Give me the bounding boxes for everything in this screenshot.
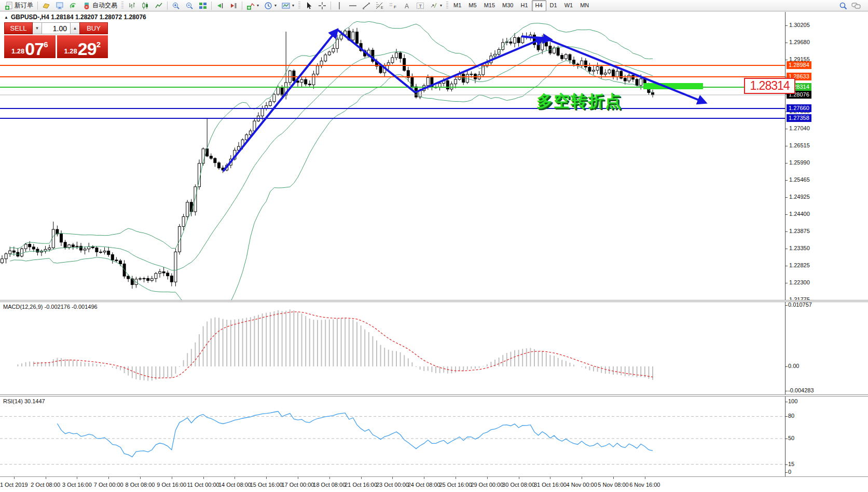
- toolbar-separator: [37, 2, 38, 10]
- panel-splitter[interactable]: [0, 300, 868, 302]
- timeframe-button-h4[interactable]: H4: [532, 0, 546, 11]
- horizontal-line-icon: [349, 2, 357, 10]
- gold-box-icon: [42, 2, 50, 10]
- time-axis-label: 17 Oct 00:00: [282, 482, 314, 488]
- volume-input[interactable]: [42, 22, 71, 34]
- timeframe-button-d1[interactable]: D1: [546, 0, 561, 11]
- time-axis-label: 15 Oct 16:00: [250, 482, 283, 488]
- cursor-tool-button[interactable]: [302, 0, 315, 11]
- auto-scroll-icon: [216, 2, 224, 10]
- search-icon[interactable]: [839, 2, 847, 10]
- time-axis[interactable]: 1 Oct 20192 Oct 08:003 Oct 16:007 Oct 00…: [0, 476, 868, 492]
- chat-icon[interactable]: [851, 2, 861, 10]
- toolbar-separator: [167, 2, 168, 10]
- time-axis-label: 2 Oct 08:00: [31, 482, 60, 488]
- turning-point-annotation[interactable]: 多空转折点: [536, 90, 622, 112]
- time-axis-label: 30 Oct 08:00: [502, 482, 535, 488]
- timeframe-button-h1[interactable]: H1: [517, 0, 531, 11]
- time-axis-label: 11 Oct 00:00: [187, 482, 219, 488]
- templates-button[interactable]: ▾: [279, 0, 297, 11]
- buy-button[interactable]: BUY: [79, 22, 108, 34]
- tile-windows-button[interactable]: [196, 0, 210, 11]
- time-axis-label: 9 Oct 16:00: [157, 482, 186, 488]
- shapes-tool-button[interactable]: ▾: [427, 0, 445, 11]
- panel-splitter[interactable]: [0, 394, 868, 397]
- time-axis-tickmark: [392, 477, 393, 479]
- rsi-axis-tick-label: 100: [788, 398, 797, 404]
- time-axis-tickmark: [456, 477, 456, 479]
- bar-chart-icon: [128, 2, 136, 10]
- new-order-button[interactable]: 新订单: [2, 0, 36, 11]
- price-axis-tick-label: 1.23350: [789, 245, 810, 251]
- volume-decrease-button[interactable]: ▼: [33, 22, 42, 34]
- indicators-button[interactable]: ▾: [244, 0, 261, 11]
- rsi-axis-tick-label: 0: [788, 469, 791, 475]
- auto-scroll-button[interactable]: [213, 0, 227, 11]
- fibonacci-icon: E: [376, 2, 384, 10]
- new-order-label: 新订单: [15, 1, 33, 10]
- zoom-in-button[interactable]: [169, 0, 183, 11]
- main-chart-canvas[interactable]: [0, 12, 785, 300]
- timeframe-button-m1[interactable]: M1: [450, 0, 465, 11]
- time-axis-tickmark: [613, 477, 614, 479]
- template-icon: [282, 2, 290, 10]
- price-axis-tick-label: 1.27040: [789, 125, 810, 131]
- time-axis-label: 4 Nov 00:00: [567, 482, 597, 488]
- auto-trading-button[interactable]: 自动交易: [80, 0, 120, 11]
- signals-button[interactable]: [66, 0, 80, 11]
- volume-increase-button[interactable]: ▲: [71, 22, 79, 34]
- buy-price-big: 29: [78, 41, 97, 57]
- collapse-panel-icon[interactable]: ▲: [4, 15, 8, 20]
- timeframe-button-m15[interactable]: M15: [480, 0, 499, 11]
- crosshair-tool-button[interactable]: [315, 0, 329, 11]
- time-axis-tickmark: [487, 477, 488, 479]
- sell-button[interactable]: SELL: [4, 22, 33, 34]
- sell-price-prefix: 1.28: [11, 47, 24, 55]
- horizontal-line-tool-button[interactable]: [346, 0, 360, 11]
- macd-panel-canvas[interactable]: [0, 302, 785, 394]
- toolbar-grip: [446, 2, 448, 9]
- text-label-icon: T: [416, 2, 424, 10]
- symbol-ohlc-text: GBPUSD-,H4 1.28184 1.28207 1.28072 1.280…: [11, 13, 146, 21]
- line-chart-mode-button[interactable]: [152, 0, 166, 11]
- price-axis-tick-label: 1.26515: [789, 142, 810, 148]
- buy-price-display[interactable]: 1.28 29 2: [57, 35, 108, 58]
- vertical-line-tool-button[interactable]: [333, 0, 346, 11]
- text-tool-button[interactable]: A: [400, 0, 414, 11]
- terminal-button[interactable]: [53, 0, 66, 11]
- label-tool-button[interactable]: T: [414, 0, 427, 11]
- time-axis-label: 23 Oct 00:00: [376, 482, 409, 488]
- price-axis-tick-label: 1.30205: [789, 22, 810, 28]
- time-axis-tickmark: [14, 477, 15, 479]
- price-axis-tick-label: 1.25465: [789, 176, 810, 183]
- sell-price-sup: 6: [44, 40, 48, 49]
- chart-title: ▲ GBPUSD-,H4 1.28184 1.28207 1.28072 1.2…: [4, 13, 146, 21]
- text-icon: A: [403, 2, 411, 10]
- time-axis-tickmark: [203, 477, 204, 479]
- time-axis-label: 24 Oct 08:00: [408, 482, 440, 488]
- buy-price-prefix: 1.28: [64, 47, 77, 55]
- periods-button[interactable]: ▾: [261, 0, 279, 11]
- price-axis-tick-label: 1.22300: [789, 279, 810, 285]
- chart-shift-button[interactable]: [227, 0, 240, 11]
- chevron-down-icon: ▾: [274, 3, 277, 8]
- channel-tool-button[interactable]: F: [387, 0, 400, 11]
- rsi-axis-tick-label: 50: [788, 435, 794, 441]
- rsi-panel-canvas[interactable]: [0, 396, 785, 476]
- candlestick-mode-button[interactable]: [139, 0, 152, 11]
- time-axis-tickmark: [329, 477, 330, 479]
- toolbar-grip: [298, 2, 300, 9]
- tile-windows-icon: [199, 2, 207, 10]
- charts-list-button[interactable]: [39, 0, 53, 11]
- price-callout-box[interactable]: 1.28314: [744, 78, 795, 94]
- fibonacci-tool-button[interactable]: E: [373, 0, 387, 11]
- sell-price-display[interactable]: 1.28 07 6: [4, 35, 56, 58]
- timeframe-button-m30[interactable]: M30: [499, 0, 517, 11]
- timeframe-button-mn[interactable]: MN: [576, 0, 593, 11]
- bar-chart-mode-button[interactable]: [125, 0, 139, 11]
- trendline-tool-button[interactable]: [360, 0, 373, 11]
- svg-text:T: T: [419, 3, 422, 8]
- zoom-out-button[interactable]: [183, 0, 196, 11]
- timeframe-button-m5[interactable]: M5: [465, 0, 480, 11]
- timeframe-button-w1[interactable]: W1: [561, 0, 577, 11]
